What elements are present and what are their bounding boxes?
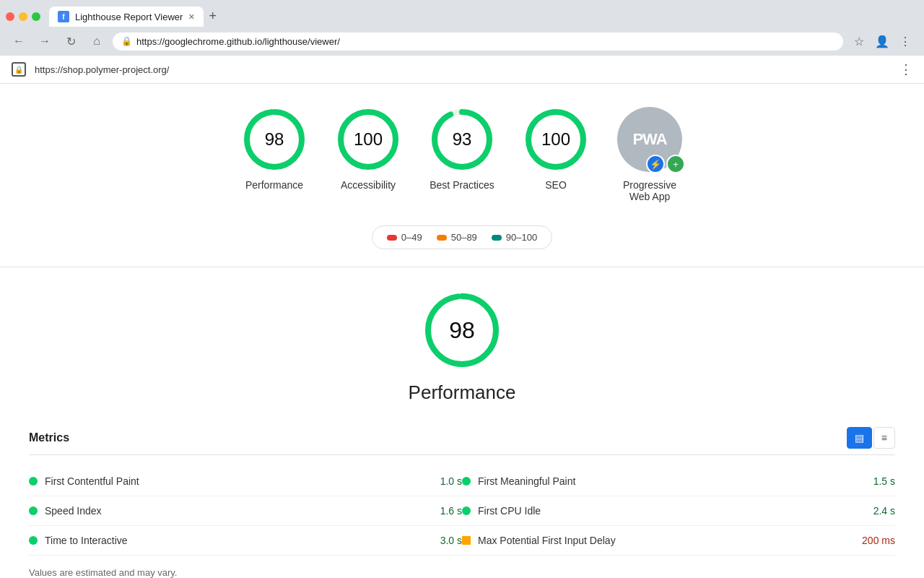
perf-score-center: 98 Performance [29, 290, 895, 404]
tab-close-button[interactable]: × [188, 11, 194, 22]
traffic-light-yellow[interactable] [19, 12, 27, 21]
legend-label-fail: 0–49 [401, 232, 422, 243]
score-circle-accessibility: 100 [336, 107, 401, 172]
page-header-more-button[interactable]: ⋮ [899, 61, 912, 77]
pwa-badge-plus: + [666, 155, 685, 173]
legend-item-pass: 90–100 [492, 232, 537, 243]
perf-score-value: 98 [449, 317, 475, 344]
tab-bar: f Lighthouse Report Viewer × + [49, 6, 918, 27]
metric-name-fci: First CPU Idle [478, 505, 866, 517]
back-button[interactable]: ← [9, 31, 29, 51]
metric-row-tti: Time to Interactive 3.0 s [29, 526, 462, 556]
legend-item-fail: 0–49 [387, 232, 422, 243]
legend-dot-orange [437, 235, 447, 241]
address-bar-row: ← → ↻ ⌂ 🔒 https://googlechrome.github.io… [0, 27, 924, 56]
metric-row-fci: First CPU Idle 2.4 s [462, 496, 895, 526]
legend-label-average: 50–89 [451, 232, 477, 243]
metric-dot-tti [29, 536, 38, 545]
pwa-badges: ⚡ + [646, 155, 685, 173]
page-header: 🔒 https://shop.polymer-project.org/ ⋮ [0, 56, 924, 84]
score-label-performance: Performance [245, 179, 303, 191]
metrics-grid: First Contentful Paint 1.0 s First Meani… [29, 467, 895, 556]
metric-name-fmp: First Meaningful Paint [478, 475, 866, 487]
page-url: https://shop.polymer-project.org/ [35, 64, 169, 75]
metric-dot-fmp [462, 477, 471, 486]
tab-favicon: f [58, 11, 69, 22]
view-list-button[interactable]: ≡ [873, 427, 895, 449]
account-button[interactable]: 👤 [872, 31, 892, 51]
main-content: 98 Performance 100 Accessibility [0, 84, 924, 578]
refresh-button[interactable]: ↻ [61, 31, 81, 51]
traffic-light-red[interactable] [6, 12, 14, 21]
pwa-badge-lightning: ⚡ [646, 155, 665, 173]
view-grid-icon: ▤ [855, 432, 864, 444]
score-circle-seo: 100 [523, 107, 588, 172]
metric-name-mpfid: Max Potential First Input Delay [478, 535, 855, 546]
metric-value-fcp: 1.0 s [440, 475, 462, 487]
bookmark-button[interactable]: ☆ [849, 31, 869, 51]
traffic-light-green[interactable] [32, 12, 40, 21]
performance-section: 98 Performance Metrics ▤ ≡ [0, 267, 924, 578]
score-item-accessibility: 100 Accessibility [336, 107, 401, 191]
score-item-performance: 98 Performance [242, 107, 307, 191]
score-value-best-practices: 93 [453, 129, 472, 150]
score-label-best-practices: Best Practices [430, 179, 494, 191]
page-icon: 🔒 [12, 62, 26, 77]
legend-pill: 0–49 50–89 90–100 [372, 225, 552, 249]
pwa-text: PWA [632, 130, 666, 149]
score-value-accessibility: 100 [354, 129, 383, 150]
metric-value-si: 1.6 s [440, 505, 462, 517]
menu-button[interactable]: ⋮ [895, 31, 915, 51]
metric-value-fmp: 1.5 s [873, 475, 895, 487]
legend-dot-red [387, 235, 397, 241]
values-note: Values are estimated and may vary. [29, 567, 895, 578]
metric-value-tti: 3.0 s [440, 535, 462, 546]
score-value-seo: 100 [541, 129, 570, 150]
active-tab[interactable]: f Lighthouse Report Viewer × [49, 7, 204, 27]
perf-score-circle: 98 [422, 290, 502, 370]
view-grid-button[interactable]: ▤ [847, 427, 872, 449]
metric-dot-mpfid [462, 536, 471, 545]
toolbar-icons: ☆ 👤 ⋮ [849, 31, 915, 51]
lock-icon: 🔒 [121, 36, 132, 46]
metric-name-si: Speed Index [45, 505, 433, 517]
forward-button[interactable]: → [35, 31, 55, 51]
legend-dot-green [492, 235, 502, 241]
score-item-best-practices: 93 Best Practices [430, 107, 494, 191]
metric-name-fcp: First Contentful Paint [45, 475, 433, 487]
metric-row-mpfid: Max Potential First Input Delay 200 ms [462, 526, 895, 556]
score-circle-performance: 98 [242, 107, 307, 172]
scores-section: 98 Performance 100 Accessibility [0, 84, 924, 214]
metric-row-fcp: First Contentful Paint 1.0 s [29, 467, 462, 496]
metric-dot-si [29, 506, 38, 515]
metrics-container: Metrics ▤ ≡ First Contentful Paint 1.0 s [29, 427, 895, 578]
score-label-accessibility: Accessibility [341, 179, 396, 191]
score-item-pwa: PWA ⚡ + Progressive Web App [617, 107, 682, 202]
legend: 0–49 50–89 90–100 [0, 225, 924, 249]
tab-title: Lighthouse Report Viewer [75, 12, 183, 22]
metric-dot-fcp [29, 477, 38, 486]
browser-chrome: f Lighthouse Report Viewer × + ← → ↻ ⌂ 🔒… [0, 0, 924, 56]
metric-value-fci: 2.4 s [873, 505, 895, 517]
view-list-icon: ≡ [881, 432, 887, 444]
score-circle-best-practices: 93 [430, 107, 494, 172]
metric-row-fmp: First Meaningful Paint 1.5 s [462, 467, 895, 496]
metrics-title: Metrics [29, 431, 69, 444]
score-label-seo: SEO [545, 179, 567, 191]
address-bar[interactable]: 🔒 https://googlechrome.github.io/lightho… [113, 33, 843, 51]
score-label-pwa: Progressive Web App [623, 179, 676, 202]
score-value-performance: 98 [265, 129, 284, 150]
metric-dot-fci [462, 506, 471, 515]
perf-section-title: Performance [409, 381, 516, 404]
address-url: https://googlechrome.github.io/lighthous… [136, 36, 834, 47]
metrics-header: Metrics ▤ ≡ [29, 427, 895, 455]
view-toggle: ▤ ≡ [847, 427, 895, 449]
score-item-seo: 100 SEO [523, 107, 588, 191]
metric-name-tti: Time to Interactive [45, 535, 433, 546]
metric-row-si: Speed Index 1.6 s [29, 496, 462, 526]
metric-value-mpfid: 200 ms [862, 535, 895, 546]
pwa-container: PWA ⚡ + [617, 107, 682, 172]
home-button[interactable]: ⌂ [87, 31, 107, 51]
traffic-lights [6, 12, 40, 21]
new-tab-button[interactable]: + [204, 6, 223, 27]
